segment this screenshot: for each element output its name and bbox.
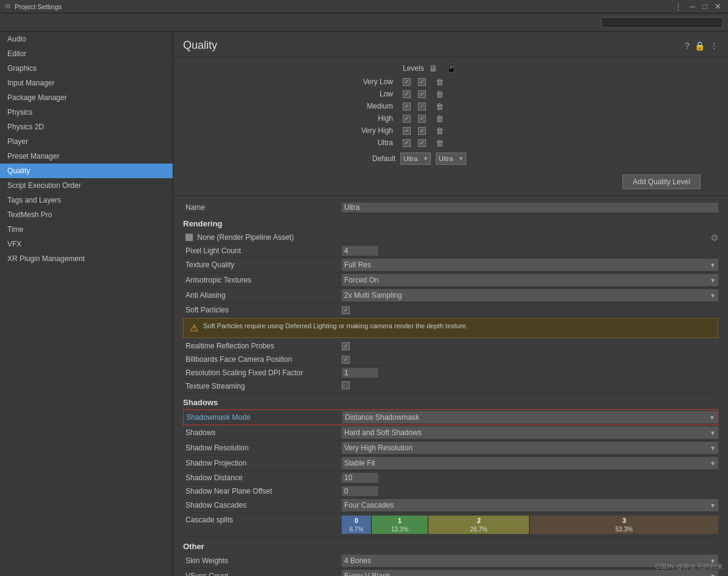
delete-low[interactable]: 🗑 [436,90,444,99]
cascade-splits-row: Cascade splits 0 6.7% 1 13.3% [183,513,718,537]
monitor-icon: 🖥 [429,63,438,73]
help-icon[interactable]: ? [685,41,690,51]
delete-ultra[interactable]: 🗑 [436,139,444,148]
pipeline-label: None (Render Pipeline Asset) [197,233,294,242]
shadow-near-plane-input[interactable] [342,486,378,496]
delete-high[interactable]: 🗑 [436,114,444,123]
lock-icon[interactable]: 🔒 [694,41,705,51]
add-quality-button[interactable]: Add Quality Level [622,175,701,189]
levels-header-label: Levels [403,64,424,73]
texture-streaming-value [342,381,718,391]
name-label: Name [183,203,342,212]
name-input[interactable] [342,203,718,212]
checkbox-medium-2[interactable]: ✓ [418,103,426,110]
main-layout: Audio Editor Graphics Input Manager Pack… [0,32,728,576]
realtime-probes-checkbox[interactable]: ✓ [342,342,350,350]
shadows-dropdown[interactable]: Hard and Soft Shadows ▼ [342,427,718,439]
texture-quality-dropdown[interactable]: Full Res ▼ [342,259,718,271]
sidebar-item-input-manager[interactable]: Input Manager [0,76,173,90]
shadow-resolution-row: Shadow Resolution Very High Resolution ▼ [183,441,718,456]
anisotropic-label: Anisotropic Textures [183,276,342,284]
sidebar-item-preset-manager[interactable]: Preset Manager [0,149,173,164]
anisotropic-value: Forced On [344,276,710,284]
cascade-num-2: 2 [477,517,481,524]
kebab-menu-icon[interactable]: ⋮ [672,2,684,11]
soft-particles-checkbox[interactable]: ✓ [342,306,350,314]
close-icon[interactable]: ✕ [713,2,723,11]
checkbox-low-2[interactable]: ✓ [418,90,426,98]
checkbox-very-low-2[interactable]: ✓ [418,78,426,86]
other-section-header: Other [183,537,718,553]
minimize-icon[interactable]: ─ [688,2,697,11]
checkbox-high-2[interactable]: ✓ [418,115,426,123]
delete-very-low[interactable]: 🗑 [436,77,444,87]
resolution-scaling-input[interactable] [342,368,378,378]
name-row: Name [183,201,718,214]
checkbox-very-low-1[interactable]: ✓ [403,78,411,86]
sidebar-item-textmesh-pro[interactable]: TextMesh Pro [0,207,173,222]
sidebar-item-editor[interactable]: Editor [0,46,173,61]
billboards-checkbox[interactable]: ✓ [342,356,350,364]
checkbox-low-1[interactable]: ✓ [403,90,411,98]
level-row-very-high: Very High ✓ ✓ 🗑 [183,124,718,137]
sidebar-item-graphics[interactable]: Graphics [0,61,173,76]
shadows-section-header: Shadows [183,393,718,409]
sidebar-item-physics-2d[interactable]: Physics 2D [0,120,173,134]
billboards-row: Billboards Face Camera Position ✓ [183,353,718,366]
texture-streaming-checkbox[interactable] [342,381,350,389]
shadow-projection-dropdown[interactable]: Stable Fit ▼ [342,457,718,469]
sidebar-item-tags-layers[interactable]: Tags and Layers [0,193,173,207]
sidebar-item-quality[interactable]: Quality [0,164,173,178]
sidebar-item-xr-plugin[interactable]: XR Plugin Management [0,251,173,266]
shadow-distance-input[interactable] [342,473,378,483]
cascade-bar-container: 0 6.7% 1 13.3% 2 26.7% [342,516,718,534]
checkbox-medium-1[interactable]: ✓ [403,103,411,110]
anti-aliasing-row: Anti Aliasing 2x Multi Sampling ▼ [183,288,718,303]
sidebar-item-physics[interactable]: Physics [0,105,173,120]
anisotropic-dropdown[interactable]: Forced On ▼ [342,274,718,286]
realtime-probes-row: Realtime Reflection Probes ✓ [183,339,718,353]
search-input[interactable] [605,19,719,26]
shadow-cascades-dropdown[interactable]: Four Cascades ▼ [342,499,718,511]
shadow-resolution-label: Shadow Resolution [183,444,342,452]
sidebar-item-player[interactable]: Player [0,134,173,149]
default-select[interactable]: Ultra [400,153,431,165]
more-icon[interactable]: ⋮ [710,41,718,51]
shadow-cascades-label: Shadow Cascades [183,501,342,509]
pipeline-row: None (Render Pipeline Asset) ⊙ [183,231,718,244]
delete-very-high[interactable]: 🗑 [436,126,444,135]
level-row-very-low: Very Low ✓ ✓ 🗑 [183,76,718,88]
search-box[interactable] [601,17,723,28]
sidebar: Audio Editor Graphics Input Manager Pack… [0,32,173,576]
shadow-resolution-dropdown[interactable]: Very High Resolution ▼ [342,442,718,454]
anti-aliasing-dropdown[interactable]: 2x Multi Sampling ▼ [342,289,718,301]
pipeline-select-icon[interactable]: ⊙ [711,232,718,242]
cascade-pct-1: 13.3% [391,526,408,533]
billboards-value: ✓ [342,355,718,364]
maximize-icon[interactable]: □ [701,2,709,11]
checkbox-very-high-2[interactable]: ✓ [418,127,426,135]
sidebar-item-vfx[interactable]: VFX [0,237,173,251]
sidebar-item-time[interactable]: Time [0,222,173,237]
topbar [0,13,728,32]
resolution-scaling-value [342,368,718,378]
settings-section: Name Rendering None (Render Pipeline Ass… [173,196,728,576]
sidebar-item-script-execution[interactable]: Script Execution Order [0,178,173,193]
checkbox-very-high-1[interactable]: ✓ [403,127,411,135]
delete-medium[interactable]: 🗑 [436,102,444,111]
cascade-pct-0: 6.7% [350,526,364,533]
checkbox-ultra-1[interactable]: ✓ [403,139,411,147]
sidebar-item-audio[interactable]: Audio [0,32,173,46]
cascade-splits-label: Cascade splits [183,516,342,524]
pixel-light-count-row: Pixel Light Count [183,244,718,257]
level-name-high: High [183,114,403,123]
pixel-light-count-input[interactable] [342,246,378,256]
shadowmask-mode-dropdown[interactable]: Distance Shadowmask ▼ [342,411,718,423]
warning-box: ⚠ Soft Particles require using Deferred … [183,318,718,338]
sidebar-item-package-manager[interactable]: Package Manager [0,90,173,105]
checkbox-high-1[interactable]: ✓ [403,115,411,123]
checkbox-ultra-2[interactable]: ✓ [418,139,426,147]
shadowmask-mode-arrow: ▼ [709,414,715,421]
default-select-2[interactable]: Ultra [436,153,466,165]
shadow-distance-label: Shadow Distance [183,473,342,482]
